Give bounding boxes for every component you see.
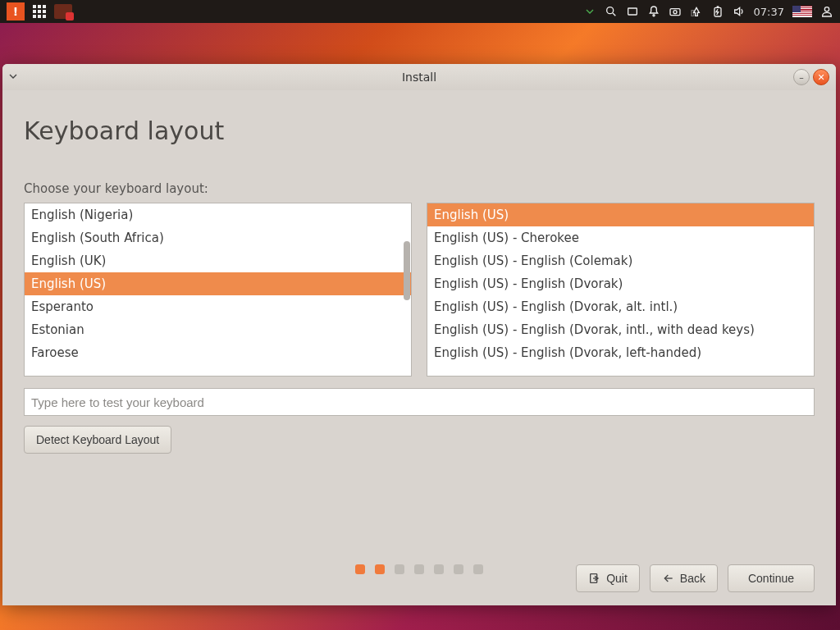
variant-list[interactable]: English (US)English (US) - CherokeeEngli… [427, 203, 815, 377]
search-icon[interactable] [605, 5, 618, 18]
wizard-footer: Quit Back Continue [24, 551, 815, 605]
battery-icon[interactable] [711, 5, 724, 18]
progress-dot [355, 564, 365, 574]
quit-icon [588, 572, 601, 585]
svg-rect-2 [628, 8, 637, 15]
minimize-button[interactable]: – [793, 69, 810, 85]
chevron-down-icon[interactable] [583, 5, 596, 18]
svg-rect-7 [716, 6, 719, 7]
progress-dots [355, 564, 483, 574]
back-button-label: Back [680, 572, 705, 585]
layout-list[interactable]: English (Nigeria)English (South Africa)E… [24, 203, 412, 377]
volume-icon[interactable] [733, 5, 746, 18]
workspace-icon[interactable] [626, 5, 639, 18]
progress-dot [414, 564, 424, 574]
svg-point-8 [824, 7, 829, 11]
distro-logo-icon[interactable]: ! [7, 2, 25, 21]
camera-icon[interactable] [669, 5, 682, 18]
continue-button-label: Continue [748, 572, 794, 585]
arrow-left-icon [662, 572, 675, 585]
layout-list-item[interactable]: English (Nigeria) [25, 203, 411, 226]
keyboard-layout-flag-icon[interactable] [792, 6, 812, 17]
screen-recorder-icon[interactable] [54, 4, 72, 19]
layout-list-item[interactable]: English (US) [25, 272, 411, 295]
progress-dot [395, 564, 404, 574]
layout-list-item[interactable]: Faroese [25, 341, 411, 364]
progress-dot [473, 564, 483, 574]
back-button[interactable]: Back [650, 564, 718, 592]
svg-point-5 [673, 11, 677, 14]
quit-button-label: Quit [606, 572, 628, 585]
titlebar: Install – ✕ [2, 64, 836, 90]
variant-list-item[interactable]: English (US) [427, 203, 814, 226]
layout-list-item[interactable]: English (UK) [25, 249, 411, 272]
variant-list-item[interactable]: English (US) - English (Dvorak) [427, 272, 814, 295]
apps-grid-icon[interactable] [33, 5, 46, 18]
svg-point-0 [606, 7, 613, 14]
close-button[interactable]: ✕ [813, 69, 829, 85]
top-panel: ! 07:37 [0, 0, 840, 23]
page-heading: Keyboard layout [24, 116, 815, 145]
variant-list-item[interactable]: English (US) - English (Dvorak, left-han… [427, 341, 814, 364]
choose-layout-label: Choose your keyboard layout: [24, 181, 815, 196]
quit-button[interactable]: Quit [576, 564, 640, 592]
progress-dot [454, 564, 463, 574]
notification-bell-icon[interactable] [647, 5, 660, 18]
keyboard-test-input[interactable] [24, 388, 815, 416]
variant-list-item[interactable]: English (US) - English (Colemak) [427, 249, 814, 272]
window-title: Install [402, 71, 436, 84]
window-menu-icon[interactable] [7, 70, 20, 85]
svg-line-1 [613, 13, 615, 16]
variant-list-item[interactable]: English (US) - Cherokee [427, 226, 814, 249]
layout-list-item[interactable]: Estonian [25, 318, 411, 341]
variant-list-item[interactable]: English (US) - English (Dvorak, intl., w… [427, 318, 814, 341]
user-icon[interactable] [820, 5, 833, 18]
progress-dot [434, 564, 444, 574]
scrollbar-thumb[interactable] [404, 241, 410, 300]
network-icon[interactable] [690, 5, 703, 18]
svg-point-3 [652, 15, 654, 16]
continue-button[interactable]: Continue [728, 564, 815, 592]
clock[interactable]: 07:37 [754, 6, 784, 18]
progress-dot [375, 564, 385, 574]
detect-layout-button[interactable]: Detect Keyboard Layout [24, 426, 171, 454]
layout-list-item[interactable]: English (South Africa) [25, 226, 411, 249]
variant-list-item[interactable]: English (US) - English (Dvorak, alt. int… [427, 295, 814, 318]
installer-window: Install – ✕ Keyboard layout Choose your … [2, 64, 836, 605]
layout-list-item[interactable]: Esperanto [25, 295, 411, 318]
